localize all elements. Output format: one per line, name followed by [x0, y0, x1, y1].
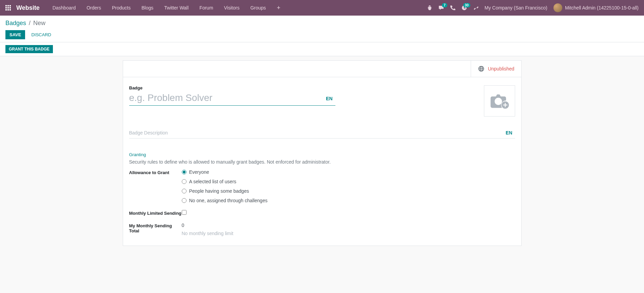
activities-count: 30 — [463, 3, 470, 7]
allowance-radio-group: Everyone A selected list of users People… — [182, 169, 515, 203]
nav-blogs[interactable]: Blogs — [137, 0, 158, 16]
breadcrumb: Badges / New — [5, 20, 639, 27]
breadcrumb-current: New — [33, 20, 45, 26]
allowance-selected-radio[interactable] — [182, 179, 187, 184]
allowance-having[interactable]: People having some badges — [182, 188, 515, 194]
monthly-total-value: 0 — [182, 223, 515, 228]
badge-description-input[interactable] — [129, 129, 503, 137]
allowance-noone[interactable]: No one, assigned through challenges — [182, 198, 515, 203]
nav-dashboard[interactable]: Dashboard — [48, 0, 81, 16]
camera-plus-icon — [489, 93, 510, 109]
badge-name-label: Badge — [129, 85, 477, 90]
activities-icon[interactable]: 30 — [462, 5, 467, 11]
nav-visitors[interactable]: Visitors — [219, 0, 245, 16]
nav-orders[interactable]: Orders — [82, 0, 106, 16]
apps-grid-icon[interactable] — [5, 5, 11, 11]
granting-section-desc: Security rules to define who is allowed … — [129, 159, 515, 165]
monthly-limited-label: Monthly Limited Sending — [129, 210, 182, 216]
granting-section-header: Granting — [129, 152, 515, 157]
monthly-total-label: My Monthly Sending Total — [129, 223, 182, 236]
allowance-noone-radio[interactable] — [182, 198, 187, 203]
monthly-limit-hint: No monthly sending limit — [182, 231, 515, 236]
badge-desc-lang-button[interactable]: EN — [503, 129, 515, 137]
breadcrumb-separator: / — [29, 20, 31, 26]
allowance-everyone-label: Everyone — [189, 169, 209, 175]
user-avatar — [553, 3, 562, 12]
save-button[interactable]: Save — [5, 30, 25, 39]
grant-badge-button[interactable]: Grant this Badge — [5, 45, 53, 53]
discard-button[interactable]: Discard — [28, 30, 55, 39]
publish-status-text: Unpublished — [488, 66, 514, 71]
allowance-noone-label: No one, assigned through challenges — [189, 198, 268, 203]
nav-add-menu[interactable]: + — [272, 4, 285, 12]
allowance-everyone[interactable]: Everyone — [182, 169, 515, 175]
nav-products[interactable]: Products — [107, 0, 135, 16]
user-menu[interactable]: Mitchell Admin (14225100-15-0-all) — [553, 3, 639, 12]
breadcrumb-parent[interactable]: Badges — [5, 20, 26, 26]
main-menu: Dashboard Orders Products Blogs Twitter … — [48, 0, 285, 16]
globe-icon — [478, 65, 485, 72]
phone-icon[interactable] — [450, 5, 455, 11]
messages-count: 7 — [442, 3, 447, 7]
nav-forum[interactable]: Forum — [195, 0, 218, 16]
brand-title[interactable]: Website — [16, 4, 40, 12]
allowance-selected[interactable]: A selected list of users — [182, 179, 515, 184]
form-sheet: Unpublished Badge EN — [123, 60, 522, 246]
publish-toggle[interactable]: Unpublished — [471, 61, 521, 77]
badge-name-lang-button[interactable]: EN — [323, 95, 335, 103]
allowance-label: Allowance to Grant — [129, 169, 182, 203]
allowance-having-label: People having some badges — [189, 188, 249, 194]
company-selector[interactable]: My Company (San Francisco) — [485, 5, 547, 11]
allowance-having-radio[interactable] — [182, 189, 187, 193]
tools-icon[interactable] — [473, 5, 479, 11]
allowance-selected-label: A selected list of users — [189, 179, 236, 184]
nav-twitter-wall[interactable]: Twitter Wall — [159, 0, 193, 16]
nav-groups[interactable]: Groups — [246, 0, 271, 16]
bug-icon[interactable] — [427, 5, 432, 11]
monthly-limited-checkbox[interactable] — [182, 210, 187, 215]
user-name: Mitchell Admin (14225100-15-0-all) — [565, 5, 639, 11]
badge-name-input[interactable] — [129, 92, 319, 105]
messages-icon[interactable]: 7 — [438, 5, 444, 11]
badge-image-upload[interactable] — [484, 85, 515, 117]
allowance-everyone-radio[interactable] — [182, 170, 187, 174]
